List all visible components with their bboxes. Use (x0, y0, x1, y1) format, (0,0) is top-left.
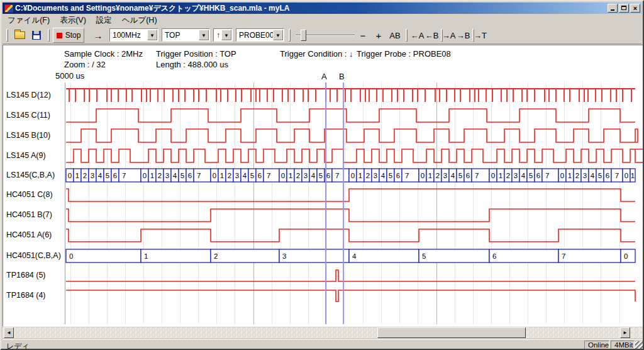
trigger-probe-select-value: PROBE00 (239, 31, 274, 40)
zoom-out-button[interactable]: − (356, 28, 370, 43)
chevron-down-icon[interactable]: ▼ (221, 30, 231, 40)
trigger-edge-select-value: ↑ (216, 31, 220, 40)
menu-bar: ファイル(F)表示(V)設定ヘルプ(H) (3, 14, 641, 26)
toolbar-grip[interactable] (48, 29, 50, 42)
status-memory-badge: 4MBit (611, 341, 635, 350)
save-floppy-icon (32, 31, 41, 40)
toolbar-grip[interactable] (472, 29, 474, 42)
maximize-button[interactable] (619, 4, 629, 13)
signal-label: LS145 A(9) (6, 151, 46, 160)
sample-clock-select[interactable]: 100MHz▼ (109, 28, 158, 42)
signal-label: LS145 D(12) (6, 91, 51, 99)
zoom-in-button[interactable]: + (372, 28, 386, 43)
trigger-position-select-value: TOP (165, 31, 180, 40)
trigger-probe-text: Trigger Probe : PROBE08 (357, 49, 451, 59)
stop-label: Stop (65, 31, 81, 40)
goto-next-a-button[interactable]: →A (441, 28, 456, 43)
scrollbar-thumb[interactable] (377, 327, 526, 338)
chevron-down-icon[interactable]: ▼ (147, 30, 157, 40)
zoom-slider-thumb[interactable] (301, 30, 306, 41)
signal-label: HC4051 C(8) (6, 190, 53, 199)
app-window: C:¥Documents and Settings¥noname¥デスクトップ¥… (0, 0, 644, 350)
status-online-badge: Online (584, 341, 609, 350)
app-icon (4, 4, 13, 13)
menu-item-1[interactable]: 表示(V) (55, 14, 91, 26)
cursor-label-a[interactable]: A (321, 72, 327, 81)
timescale-label: 5000 us (55, 71, 84, 81)
toolbar-grip[interactable] (289, 29, 291, 42)
sample-clock-select-value: 100MHz (113, 31, 141, 40)
goto-next-t-button[interactable]: →T (473, 28, 487, 43)
menu-item-2[interactable]: 設定 (91, 14, 117, 26)
resize-grip[interactable] (635, 341, 644, 350)
status-ready-text: レディ (6, 341, 30, 350)
window-title: C:¥Documents and Settings¥noname¥デスクトップ¥… (15, 3, 606, 14)
signal-label: LS145(C,B,A) (6, 171, 55, 179)
goto-next-b-button[interactable]: →B (456, 28, 470, 43)
chevron-down-icon[interactable]: ▼ (199, 30, 209, 40)
plus-icon: + (376, 30, 382, 41)
signal-label: TP1684 (4) (6, 291, 46, 300)
cursor-label-b[interactable]: B (339, 72, 345, 81)
status-bar: レディ Online 4MBit (3, 339, 644, 350)
scroll-left-arrow-icon[interactable]: ◄ (4, 327, 14, 338)
toolbar-grip[interactable] (441, 29, 443, 42)
save-file-button[interactable] (29, 28, 44, 43)
trigger-condition-text: Trigger Condition : ↓ (280, 49, 353, 59)
chevron-down-icon[interactable]: ▼ (273, 30, 283, 40)
open-file-button[interactable] (11, 28, 28, 43)
goto-prev-a-button[interactable]: ←A (410, 28, 425, 43)
menu-item-3[interactable]: ヘルプ(H) (117, 14, 162, 26)
zoom-text: Zoom : / 32 (64, 60, 106, 69)
signal-label: HC4051 A(6) (6, 230, 52, 239)
close-button[interactable]: × (630, 4, 640, 13)
signal-label: LS145 C(11) (6, 111, 50, 120)
signal-label: HC4051(C,B,A) (6, 251, 61, 260)
sample-clock-text: Sample Clock : 2MHz (64, 49, 143, 59)
run-arrow-icon: → (94, 30, 103, 41)
waveform-area (3, 45, 644, 327)
trigger-edge-select[interactable]: ↑▼ (213, 28, 233, 42)
horizontal-scrollbar[interactable]: ◄ ► (3, 327, 644, 338)
minimize-button[interactable] (608, 4, 618, 13)
menu-item-0[interactable]: ファイル(F) (3, 14, 55, 26)
stop-button[interactable]: Stop (53, 28, 84, 43)
title-bar[interactable]: C:¥Documents and Settings¥noname¥デスクトップ¥… (3, 3, 641, 14)
minus-icon: − (360, 30, 366, 41)
trigger-probe-select[interactable]: PROBE00▼ (236, 28, 284, 42)
goto-prev-b-button[interactable]: ←B (425, 28, 439, 43)
signal-label: LS145 B(10) (6, 131, 50, 140)
scroll-right-arrow-icon[interactable]: ► (620, 327, 630, 338)
stop-square-icon (57, 33, 62, 38)
signal-label: TP1684 (5) (6, 271, 46, 279)
open-folder-icon (14, 31, 25, 39)
signal-label: HC4051 B(7) (6, 210, 52, 219)
trigger-position-text: Trigger Position : TOP (156, 49, 236, 59)
ab-label: AB (389, 31, 400, 40)
toolbar-grip[interactable] (6, 29, 8, 42)
toolbar-grip[interactable] (406, 29, 408, 42)
trigger-position-select[interactable]: TOP▼ (162, 28, 210, 42)
run-button[interactable]: → (89, 28, 107, 43)
length-text: Length : 488.000 us (156, 60, 228, 69)
toolbar: Stop → 100MHz▼TOP▼↑▼PROBE00▼ − + AB ←A←B… (3, 26, 641, 44)
zoom-ab-button[interactable]: AB (387, 28, 403, 43)
